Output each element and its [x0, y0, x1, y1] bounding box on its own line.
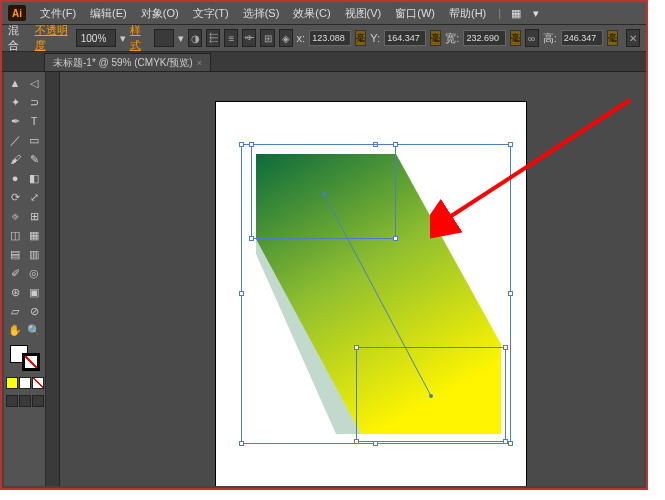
shape-builder-tool[interactable]: ◫: [6, 226, 24, 244]
fill-stroke-swatch[interactable]: [10, 345, 40, 371]
selection-tool[interactable]: ▲: [6, 74, 24, 92]
line-tool[interactable]: ／: [6, 131, 24, 149]
color-chip-white[interactable]: [19, 377, 31, 389]
blend-tool[interactable]: ◎: [25, 264, 43, 282]
document-tabbar: 未标题-1* @ 59% (CMYK/预览) ×: [2, 52, 646, 72]
rectangle-tool[interactable]: ▭: [25, 131, 43, 149]
menu-select[interactable]: 选择(S): [237, 4, 286, 23]
zoom-tool[interactable]: 🔍: [25, 321, 43, 339]
change-screen-icon[interactable]: [32, 395, 44, 407]
style-field[interactable]: [154, 29, 174, 47]
align-center-icon[interactable]: ≡: [224, 29, 238, 47]
chevron-down-icon[interactable]: ▾: [178, 32, 184, 45]
paintbrush-tool[interactable]: 🖌: [6, 150, 24, 168]
tools-panel: ▲◁✦⊃✒T／▭🖌✎●◧⟳⤢⎆⊞◫▦▤▥✐◎⊛▣▱⊘✋🔍: [4, 72, 46, 486]
menu-type[interactable]: 文字(T): [187, 4, 235, 23]
link-icon[interactable]: ∞: [525, 29, 539, 47]
align-left-icon[interactable]: ⬱: [206, 29, 220, 47]
handle-mid-left[interactable]: [239, 291, 244, 296]
isolate-icon[interactable]: ◈: [279, 29, 293, 47]
pen-tool[interactable]: ✒: [6, 112, 24, 130]
handle-bottom-left[interactable]: [239, 441, 244, 446]
color-chip-yellow[interactable]: [6, 377, 18, 389]
type-tool[interactable]: T: [25, 112, 43, 130]
menu-window[interactable]: 窗口(W): [389, 4, 441, 23]
x-field[interactable]: 123.088: [309, 30, 351, 46]
h-unit: 毫: [607, 30, 618, 46]
handle-top-left[interactable]: [239, 142, 244, 147]
app-frame: Ai 文件(F) 编辑(E) 对象(O) 文字(T) 选择(S) 效果(C) 视…: [0, 0, 648, 490]
y-field[interactable]: 164.347: [384, 30, 426, 46]
magic-wand-tool[interactable]: ✦: [6, 93, 24, 111]
transform-icon[interactable]: ⊞: [260, 29, 274, 47]
menu-object[interactable]: 对象(O): [135, 4, 185, 23]
document-tab[interactable]: 未标题-1* @ 59% (CMYK/预览) ×: [44, 53, 211, 71]
app-logo: Ai: [8, 5, 26, 21]
screen-mode-buttons: [6, 395, 44, 407]
handle[interactable]: [503, 439, 508, 444]
stroke-swatch[interactable]: [22, 353, 40, 371]
pencil-tool[interactable]: ✎: [25, 150, 43, 168]
eraser-tool[interactable]: ◧: [25, 169, 43, 187]
rotate-tool[interactable]: ⟳: [6, 188, 24, 206]
menu-effect[interactable]: 效果(C): [287, 4, 336, 23]
chevron-down-icon[interactable]: ▾: [120, 32, 126, 45]
w-label: 宽:: [445, 31, 459, 46]
opacity-label[interactable]: 不透明度: [35, 23, 68, 53]
workspace-switcher-icon[interactable]: ▦: [507, 6, 525, 20]
draw-mode-icon[interactable]: [6, 395, 18, 407]
tab-title: 未标题-1* @ 59% (CMYK/预览): [53, 56, 193, 70]
menu-file[interactable]: 文件(F): [34, 4, 82, 23]
w-unit: 毫: [510, 30, 521, 46]
y-unit: 毫: [430, 30, 441, 46]
screen-mode-icon[interactable]: [19, 395, 31, 407]
arrange-documents-icon[interactable]: ▾: [527, 6, 545, 20]
handle-mid-right[interactable]: [508, 291, 513, 296]
artboard-tool[interactable]: ▱: [6, 302, 24, 320]
menu-view[interactable]: 视图(V): [339, 4, 388, 23]
close-panel-icon[interactable]: ✕: [626, 29, 640, 47]
control-bar: 混合 不透明度 100% ▾ 样式 ▾ ◑ ⬱ ≡ ⬲ ⊞ ◈ x: 123.0…: [2, 24, 646, 52]
align-right-icon[interactable]: ⬲: [242, 29, 256, 47]
close-icon[interactable]: ×: [197, 58, 202, 68]
menu-help[interactable]: 帮助(H): [443, 4, 492, 23]
eyedropper-tool[interactable]: ✐: [6, 264, 24, 282]
ruler-vertical[interactable]: [46, 72, 60, 486]
canvas-area[interactable]: [46, 72, 644, 486]
handle[interactable]: [249, 236, 254, 241]
column-graph-tool[interactable]: ▣: [25, 283, 43, 301]
selection-top-rect[interactable]: [251, 144, 396, 239]
width-tool[interactable]: ⎆: [6, 207, 24, 225]
mode-label: 混合: [8, 23, 25, 53]
direct-selection-tool[interactable]: ◁: [25, 74, 43, 92]
color-chip-none[interactable]: [32, 377, 44, 389]
x-label: x:: [297, 32, 306, 44]
handle[interactable]: [393, 236, 398, 241]
opacity-field[interactable]: 100%: [76, 29, 116, 47]
handle[interactable]: [503, 345, 508, 350]
handle[interactable]: [354, 439, 359, 444]
w-field[interactable]: 232.690: [463, 30, 505, 46]
free-transform-tool[interactable]: ⊞: [25, 207, 43, 225]
symbol-sprayer-tool[interactable]: ⊛: [6, 283, 24, 301]
separator: |: [498, 7, 501, 19]
mesh-tool[interactable]: ▤: [6, 245, 24, 263]
menubar: Ai 文件(F) 编辑(E) 对象(O) 文字(T) 选择(S) 效果(C) 视…: [2, 2, 646, 24]
blob-brush-tool[interactable]: ●: [6, 169, 24, 187]
handle-bottom-right[interactable]: [508, 441, 513, 446]
slice-tool[interactable]: ⊘: [25, 302, 43, 320]
handle[interactable]: [249, 142, 254, 147]
handle[interactable]: [354, 345, 359, 350]
hand-tool[interactable]: ✋: [6, 321, 24, 339]
lasso-tool[interactable]: ⊃: [25, 93, 43, 111]
scale-tool[interactable]: ⤢: [25, 188, 43, 206]
gradient-tool[interactable]: ▥: [25, 245, 43, 263]
handle-top-right[interactable]: [508, 142, 513, 147]
handle[interactable]: [393, 142, 398, 147]
style-label[interactable]: 样式: [130, 23, 147, 53]
selection-bottom-rect[interactable]: [356, 347, 506, 442]
perspective-tool[interactable]: ▦: [25, 226, 43, 244]
h-field[interactable]: 246.347: [561, 30, 603, 46]
recolor-icon[interactable]: ◑: [188, 29, 202, 47]
menu-edit[interactable]: 编辑(E): [84, 4, 133, 23]
